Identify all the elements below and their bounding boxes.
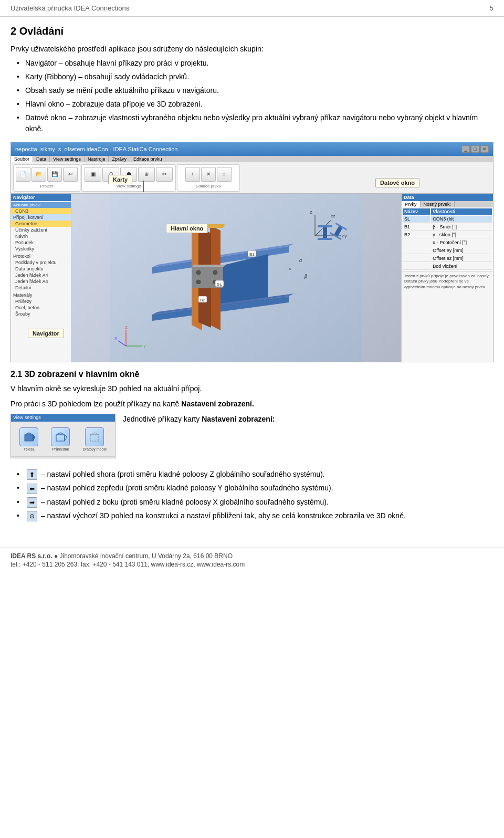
data-panel-header: Data (402, 194, 493, 201)
page-footer: IDEA RS s.r.o. ● Jihomoravské inovační c… (0, 548, 504, 572)
ribbon-btn-e3[interactable]: ≡ (217, 167, 232, 182)
vs-body: Tělesa Průhledně (11, 422, 115, 456)
vs-icon-pruhledne (51, 427, 70, 446)
main-viewport[interactable]: B2 B1 SL Z Y X ez (71, 194, 401, 362)
vs-btn-dratovy[interactable]: Drátový model (83, 427, 107, 451)
nav-item-vysledky[interactable]: Výsledky (11, 246, 71, 252)
svg-marker-45 (33, 435, 35, 441)
tab-data[interactable]: Data (33, 156, 50, 162)
svg-text:B2: B2 (200, 298, 205, 302)
nav-section-pripoj[interactable]: Přípoj, kotvení (11, 214, 71, 221)
nav-item-podklady[interactable]: Podklady v projektu (11, 259, 71, 266)
page-header: Uživatelská příručka IDEA Connections 5 (0, 0, 504, 17)
ribbon-btn-v4[interactable]: ⊕ (138, 167, 155, 182)
ribbon-btn-v5[interactable]: ✂ (156, 167, 173, 182)
nav-item-geometrie[interactable]: Geometrie (11, 221, 71, 227)
ribbon-btn-undo[interactable]: ↩ (63, 167, 78, 182)
nav-item-data[interactable]: Data projektu (11, 266, 71, 272)
vs-icon-telesa (19, 427, 38, 446)
nav-item-jeden2[interactable]: Jeden řádek A4 (11, 278, 71, 285)
view-settings-section: View settings Tělesa (10, 414, 494, 464)
vs-btn-telesa[interactable]: Tělesa (19, 427, 38, 451)
vs-label-telesa: Tělesa (24, 447, 35, 451)
commands-bold: Nastavení zobrazení: (202, 415, 275, 423)
svg-text:Z: Z (310, 210, 312, 215)
close-button[interactable]: ✕ (480, 145, 489, 153)
nav-item-detailni[interactable]: Detailní (11, 285, 71, 291)
table-row[interactable]: Offset ey [mm] (403, 247, 492, 254)
nav-item-posudek[interactable]: Posudek (11, 239, 71, 246)
nav-item-ucinky[interactable]: Účinky zatížení (11, 227, 71, 233)
subsection-text2-prefix: Pro práci s 3D pohledem lze použít příka… (10, 400, 181, 408)
ribbon-btn-e1[interactable]: + (185, 167, 200, 182)
nav-section-materialy[interactable]: Materiály (11, 292, 71, 298)
nav-item-pruреzy[interactable]: Průřezy (11, 298, 71, 305)
nav-item-jeden1[interactable]: Jeden řádek A4 (11, 272, 71, 278)
col-name: Název (403, 208, 430, 215)
ribbon-view-label: View settings (117, 184, 141, 188)
table-row[interactable]: α - Pootočení [°] (403, 239, 492, 246)
data-tab-prvky[interactable]: Prvky (402, 201, 421, 207)
ribbon-btn-v2[interactable]: ⬡ (102, 167, 119, 182)
minimize-button[interactable]: _ (461, 145, 470, 153)
tab-zpravy[interactable]: Zprávy (109, 156, 130, 162)
cmd-item-4: ⊙ – nastaví výchozí 3D pohled na konstru… (16, 510, 494, 521)
table-row[interactable]: SL CON3 (hlt (403, 216, 492, 223)
commands-list: ⬆ – nastaví pohled shora (proti směru kl… (10, 469, 494, 521)
nav-item-srouby[interactable]: Šrouby (11, 311, 71, 317)
data-tab-nosny[interactable]: Nosný prvek: (421, 201, 455, 207)
cmd-icon-4: ⊙ (27, 511, 37, 521)
svg-marker-50 (90, 433, 99, 435)
svg-text:Y: Y (143, 344, 146, 349)
cmd-text-4: – nastaví výchozí 3D pohled na konstrukc… (41, 511, 406, 520)
nav-item-navrh[interactable]: Návrh (11, 233, 71, 239)
window-controls: _ □ ✕ (461, 145, 489, 153)
subsection-text2: Pro práci s 3D pohledem lze použít příka… (10, 399, 494, 410)
svg-point-14 (196, 280, 201, 284)
tab-editace[interactable]: Editace prvku (130, 156, 166, 162)
svg-rect-34 (318, 225, 332, 227)
footer-address: Jihomoravské inovační centrum, U Vodárny… (60, 552, 233, 560)
cell-prop: β - Směr [°] (431, 224, 492, 231)
section-heading: 2 Ovládání (10, 25, 494, 37)
table-row[interactable]: Offset ez [mm] (403, 255, 492, 262)
maximize-button[interactable]: □ (471, 145, 479, 153)
page-number: 5 (490, 4, 494, 12)
svg-rect-36 (318, 238, 332, 240)
subsection-text1: V hlavním okně se vykresluje 3D pohled n… (10, 383, 494, 394)
tab-view-settings[interactable]: View settings (50, 156, 85, 162)
vs-header: View settings (11, 414, 115, 422)
ribbon-btn-e2[interactable]: ✕ (201, 167, 216, 182)
footer-separator: ● (54, 552, 60, 560)
svg-text:ey: ey (342, 234, 346, 238)
table-row[interactable]: B1 β - Směr [°] (403, 224, 492, 231)
list-item: Obsah sady se mění podle aktuálního přík… (16, 85, 494, 96)
ribbon-btn-v1[interactable]: ▣ (85, 167, 101, 182)
vs-icon-dratovy (85, 427, 104, 446)
ribbon-btn-v3[interactable]: ⬢ (120, 167, 137, 182)
table-row[interactable]: Bod vložení (403, 263, 492, 270)
footer-contact: tel.: +420 - 511 205 263, fax: +420 - 54… (10, 561, 494, 568)
list-item: Karty (Ribbony) – obsahují sady ovládací… (16, 71, 494, 82)
tab-nastroje[interactable]: Nastroje (85, 156, 109, 162)
table-row[interactable]: B2 y - sklon [°] (403, 232, 492, 238)
nav-item-ocel[interactable]: Ocel, beton (11, 305, 71, 311)
navigator-current-item[interactable]: CON3 (11, 208, 71, 214)
cmd-item-1: ⬆ – nastaví pohled shora (proti směru kl… (16, 469, 494, 480)
ribbon-btn-save[interactable]: 💾 (47, 167, 62, 182)
tab-soubor[interactable]: Soubor (11, 156, 33, 162)
ribbon-btn-new[interactable]: 📄 (16, 167, 30, 182)
nav-section-protokol[interactable]: Protokol (11, 253, 71, 259)
vs-btn-pruhledne[interactable]: Průhledně (51, 427, 70, 451)
ribbon-btn-open[interactable]: 📂 (32, 167, 46, 182)
cell-name (403, 255, 430, 262)
svg-text:Z: Z (125, 325, 128, 330)
subsection-text2-bold: Nastavení zobrazení. (181, 400, 254, 408)
ribbon-group-edit: + ✕ ≡ Editace prvku (177, 164, 240, 192)
svg-rect-35 (323, 227, 327, 238)
cmd-icon-3: ➡ (27, 497, 37, 508)
col-props: Vlastnosti (431, 208, 492, 215)
subsection-heading: 2.1 3D zobrazení v hlavním okně (10, 370, 494, 379)
transparent-view-icon (54, 431, 67, 443)
svg-text:α: α (299, 258, 302, 263)
